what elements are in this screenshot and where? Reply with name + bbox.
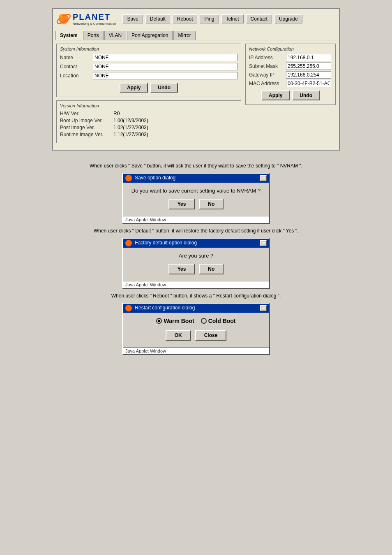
name-label: Name (60, 55, 93, 60)
network-btns: Apply Undo (249, 91, 332, 100)
reboot-dialog-title-left: Restart configuration dialog (125, 305, 195, 311)
boot-ver-label: Boot Up Image Ver. (60, 118, 113, 123)
default-dialog-close-button[interactable]: ✕ (260, 240, 267, 246)
logo-area: PLANET Networking & Communication (56, 12, 116, 26)
location-row: Location (60, 72, 238, 79)
default-button[interactable]: Default (145, 14, 170, 23)
default-dialog-desc: When user clicks " Default " button, it … (52, 228, 340, 234)
runtime-ver-row: Runtime Image Ver. 1.12(1/27/2003) (60, 132, 238, 137)
network-undo-button[interactable]: Undo (292, 91, 320, 100)
mac-label: MAC Address (249, 81, 286, 86)
cold-boot-radio[interactable]: Cold Boot (201, 318, 236, 324)
reboot-close-button[interactable]: Close (195, 330, 227, 341)
system-info-group: System Information Name Contact Location… (56, 44, 241, 97)
reboot-dialog-desc: When user clicks " Reboot " button, it s… (52, 293, 340, 299)
content-area: System Information Name Contact Location… (53, 40, 339, 150)
save-dialog-titlebar: Save option dialog ✕ (123, 174, 269, 183)
ping-button[interactable]: Ping (200, 14, 219, 23)
reboot-ok-button[interactable]: OK (166, 330, 191, 341)
right-panel: Network Configuration IP Address Subnet … (245, 44, 336, 146)
header-bar: PLANET Networking & Communication Save D… (53, 9, 339, 29)
default-dialog-buttons: Yes No (129, 264, 263, 274)
telnet-button[interactable]: Telnet (221, 14, 244, 23)
default-dialog-container: Factory default option dialog ✕ Are you … (52, 238, 340, 289)
cold-boot-label: Cold Boot (208, 318, 236, 324)
save-no-button[interactable]: No (199, 199, 224, 209)
reboot-dialog-window: Restart configuration dialog ✕ Warm Boot… (122, 303, 270, 355)
default-no-button[interactable]: No (199, 264, 224, 274)
save-dialog-footer: Java Applet Window (123, 216, 269, 223)
mac-input[interactable] (286, 80, 331, 87)
system-info-btns: Apply Undo (60, 83, 238, 93)
version-info-group: Version Information H/W Ver. R0 Boot Up … (56, 100, 241, 143)
save-dialog-close-button[interactable]: ✕ (260, 175, 267, 181)
post-ver-row: Post Image Ver. 1.02(1/22/2003) (60, 125, 238, 130)
gateway-label: Gateway IP (249, 72, 286, 78)
post-ver-value: 1.02(1/22/2003) (113, 125, 148, 130)
subnet-row: Subnet Mask (249, 63, 332, 70)
contact-row: Contact (60, 63, 238, 70)
reboot-dialog-buttons: OK Close (129, 330, 263, 341)
subnet-input[interactable] (286, 63, 331, 70)
cold-boot-radio-circle[interactable] (201, 318, 207, 324)
upgrade-button[interactable]: Upgrade (274, 14, 302, 23)
tab-bar: System Ports VLAN Port Aggregation Mirro… (53, 29, 339, 40)
system-undo-button[interactable]: Undo (150, 83, 178, 93)
system-info-title: System Information (60, 46, 238, 51)
subnet-label: Subnet Mask (249, 63, 286, 69)
logo-name: PLANET (73, 12, 116, 22)
tab-port-aggregation[interactable]: Port Aggregation (127, 31, 173, 40)
save-dialog-container: Save option dialog ✕ Do you want to save… (52, 173, 340, 224)
reboot-button[interactable]: Reboot (173, 14, 198, 23)
save-dialog-icon (125, 175, 132, 181)
network-config-title: Network Configuration (249, 46, 332, 51)
reboot-dialog-title-text: Restart configuration dialog (135, 305, 195, 311)
contact-button[interactable]: Contact (246, 14, 272, 23)
boot-ver-row: Boot Up Image Ver. 1.00(12/3/2002) (60, 118, 238, 123)
reboot-dialog-body: Warm Boot Cold Boot OK Close (123, 313, 269, 347)
warm-boot-radio-circle[interactable] (156, 318, 162, 324)
default-dialog-window: Factory default option dialog ✕ Are you … (122, 238, 270, 289)
tab-ports[interactable]: Ports (83, 31, 104, 40)
ip-input[interactable] (286, 54, 331, 61)
save-button[interactable]: Save (122, 14, 143, 23)
network-apply-button[interactable]: Apply (261, 91, 290, 100)
warm-boot-radio[interactable]: Warm Boot (156, 318, 194, 324)
gateway-input[interactable] (286, 71, 331, 79)
default-dialog-title-left: Factory default option dialog (125, 240, 197, 246)
version-info-title: Version Information (60, 103, 238, 108)
save-dialog-desc: When user clicks " Save " button, it wil… (52, 163, 340, 169)
name-row: Name (60, 54, 238, 61)
tab-system[interactable]: System (55, 31, 82, 40)
reboot-dialog-footer: Java Applet Window (123, 347, 269, 354)
hw-ver-value: R0 (113, 111, 120, 116)
default-yes-button[interactable]: Yes (168, 264, 195, 274)
contact-label: Contact (60, 64, 93, 70)
tab-vlan[interactable]: VLAN (104, 31, 126, 40)
ip-row: IP Address (249, 54, 332, 61)
reboot-dialog-close-button[interactable]: ✕ (260, 305, 267, 311)
default-dialog-icon (125, 240, 132, 246)
location-label: Location (60, 73, 93, 79)
name-input[interactable] (93, 54, 238, 61)
logo-sub: Networking & Communication (73, 22, 116, 26)
left-panel: System Information Name Contact Location… (56, 44, 241, 146)
post-ver-label: Post Image Ver. (60, 125, 113, 130)
default-dialog-body: Are you sure ? Yes No (123, 248, 269, 281)
contact-input[interactable] (93, 63, 238, 70)
gateway-row: Gateway IP (249, 71, 332, 79)
save-dialog-title-text: Save option dialog (135, 175, 175, 181)
system-apply-button[interactable]: Apply (120, 83, 148, 93)
location-input[interactable] (93, 72, 238, 79)
reboot-dialog-icon (125, 305, 132, 311)
save-yes-button[interactable]: Yes (168, 199, 195, 209)
reboot-radio-row: Warm Boot Cold Boot (129, 318, 263, 324)
warm-boot-label: Warm Boot (164, 318, 194, 324)
ip-label: IP Address (249, 55, 286, 60)
planet-logo-icon (56, 12, 71, 26)
network-config-group: Network Configuration IP Address Subnet … (245, 44, 336, 105)
main-panel: PLANET Networking & Communication Save D… (52, 8, 340, 151)
tab-mirror[interactable]: Mirror (173, 31, 195, 40)
default-dialog-titlebar: Factory default option dialog ✕ (123, 239, 269, 248)
reboot-dialog-container: Restart configuration dialog ✕ Warm Boot… (52, 303, 340, 355)
